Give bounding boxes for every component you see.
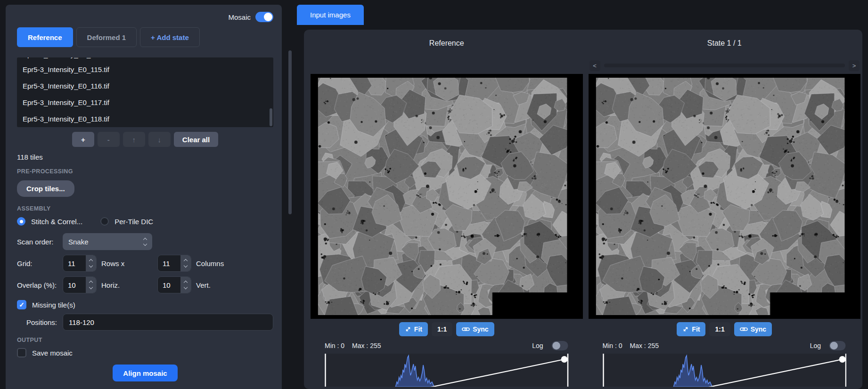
sidebar-scrollbar[interactable] (288, 50, 292, 214)
state-image-canvas[interactable] (589, 74, 861, 319)
max-value-label: Max : 255 (630, 342, 659, 349)
positions-input[interactable] (63, 314, 273, 331)
per-tile-dic-label: Per-Tile DIC (115, 218, 153, 226)
missing-tiles-checkbox[interactable]: ✓ (17, 300, 26, 309)
list-item[interactable]: Epr5-3_Intensity_E0_115.tif (17, 61, 273, 78)
log-toggle[interactable] (829, 341, 846, 350)
file-list-buttons: + - ↑ ↓ Clear all (17, 132, 273, 147)
state-view-buttons: Fit 1:1 Sync (589, 319, 861, 340)
stepper-arrows-icon[interactable] (180, 277, 191, 293)
list-item[interactable]: Epr5-3_Intensity_E0_118.tif (17, 111, 273, 127)
tab-deformed-1[interactable]: Deformed 1 (76, 27, 137, 47)
link-icon (462, 326, 470, 332)
viewer-panel: Reference Fit 1:1 Sync Min : 0 (304, 30, 862, 389)
scan-order-select[interactable]: Snake (63, 233, 152, 250)
save-mosaic-label: Save mosaic (32, 349, 73, 357)
stepper-arrows-icon[interactable] (86, 277, 96, 293)
reference-title: Reference (311, 30, 583, 57)
min-value-label: Min : 0 (603, 342, 622, 349)
align-mosaic-button[interactable]: Align mosaic (113, 365, 177, 381)
state-histogram[interactable] (603, 354, 847, 387)
clear-all-button[interactable]: Clear all (174, 132, 218, 147)
reference-slider-row (311, 57, 583, 74)
log-toggle-label: Log (532, 342, 543, 349)
main-area: Input images Reference Fit 1:1 Sync (282, 0, 868, 389)
fit-button[interactable]: Fit (399, 322, 428, 336)
positions-label: Positions: (26, 318, 63, 326)
overlap-horiz-stepper (63, 276, 97, 293)
tab-reference[interactable]: Reference (17, 27, 73, 47)
sync-button[interactable]: Sync (456, 322, 494, 336)
reference-view-buttons: Fit 1:1 Sync (311, 319, 583, 340)
log-toggle[interactable] (551, 341, 568, 350)
state-title: State 1 / 1 (589, 30, 861, 57)
mosaic-toggle-row: Mosaic (17, 11, 273, 23)
toggle-knob (830, 342, 838, 350)
sync-button[interactable]: Sync (734, 322, 772, 336)
move-up-button[interactable]: ↑ (123, 132, 145, 147)
missing-tiles-row: ✓ Missing tile(s) (17, 300, 273, 309)
reference-viewer: Reference Fit 1:1 Sync Min : 0 (311, 30, 583, 387)
next-state-button[interactable]: > (849, 60, 860, 71)
move-down-button[interactable]: ↓ (148, 132, 171, 147)
fit-button[interactable]: Fit (677, 322, 705, 336)
fit-icon (682, 326, 689, 332)
file-list[interactable]: Epr5-3_Intensity_E0_114.tif Epr5-3_Inten… (17, 57, 273, 127)
crop-tiles-button[interactable]: Crop tiles... (17, 180, 74, 197)
stitch-correlate-radio[interactable] (17, 217, 25, 226)
state-nav-row: < > (589, 57, 861, 74)
toggle-knob (264, 13, 272, 21)
positions-row: Positions: (17, 314, 273, 331)
save-mosaic-checkbox[interactable] (17, 348, 26, 357)
one-to-one-button[interactable]: 1:1 (432, 322, 452, 336)
list-item[interactable]: Epr5-3_Intensity_E0_117.tif (17, 94, 273, 111)
scan-order-value: Snake (68, 238, 144, 246)
reference-range-row: Min : 0 Max : 255 Log (325, 340, 569, 352)
grid-cols-input[interactable] (158, 255, 180, 271)
file-list-scrollbar[interactable] (270, 108, 272, 126)
fit-icon (405, 326, 411, 332)
overlap-vert-input[interactable] (158, 277, 180, 293)
tab-input-images[interactable]: Input images (297, 5, 364, 25)
list-item[interactable]: Epr5-3_Intensity_E0_114.tif (17, 57, 273, 61)
output-header: OUTPUT (17, 337, 273, 343)
remove-file-button[interactable]: - (98, 132, 120, 147)
mosaic-toggle-label: Mosaic (228, 13, 251, 21)
stepper-arrows-icon[interactable] (180, 255, 191, 271)
grid-rows-input[interactable] (63, 255, 86, 271)
state-range-row: Min : 0 Max : 255 Log (603, 340, 847, 352)
grid-label: Grid: (17, 259, 63, 267)
assembly-header: ASSEMBLY (17, 205, 273, 212)
missing-tiles-label: Missing tile(s) (32, 301, 75, 309)
grid-cols-suffix: Columns (196, 259, 252, 267)
preprocessing-header: PRE-PROCESSING (17, 168, 273, 175)
assembly-mode-radios: Stitch & Correl... Per-Tile DIC (17, 217, 273, 226)
grid-rows-suffix: Rows x (101, 259, 157, 267)
per-tile-dic-radio[interactable] (100, 217, 109, 226)
add-state-button[interactable]: + Add state (140, 27, 200, 47)
mosaic-toggle[interactable] (255, 12, 273, 22)
add-files-button[interactable]: + (72, 132, 94, 147)
sidebar: Mosaic Reference Deformed 1 + Add state … (6, 5, 282, 389)
select-chevrons-icon (144, 238, 147, 245)
scan-order-row: Scan order: Snake (17, 233, 273, 250)
overlap-vert-suffix: Vert. (196, 281, 252, 289)
list-item[interactable]: Epr5-3_Intensity_E0_116.tif (17, 78, 273, 94)
reference-histogram[interactable] (325, 354, 569, 387)
main-tabbar: Input images (282, 0, 868, 25)
stepper-arrows-icon[interactable] (86, 255, 96, 271)
state-tabs: Reference Deformed 1 + Add state (17, 27, 273, 47)
max-value-label: Max : 255 (352, 342, 381, 349)
scan-order-label: Scan order: (17, 238, 63, 246)
overlap-horiz-suffix: Horiz. (101, 281, 157, 289)
tiles-count: 118 tiles (17, 153, 273, 161)
log-toggle-label: Log (810, 342, 821, 349)
prev-state-button[interactable]: < (590, 60, 600, 71)
overlap-horiz-input[interactable] (63, 277, 86, 293)
state-slider-track[interactable] (604, 64, 845, 67)
toggle-knob (552, 342, 560, 350)
reference-image-canvas[interactable] (311, 74, 583, 319)
overlap-label: Overlap (%): (17, 281, 63, 289)
overlap-vert-stepper (157, 276, 191, 293)
one-to-one-button[interactable]: 1:1 (709, 322, 730, 336)
